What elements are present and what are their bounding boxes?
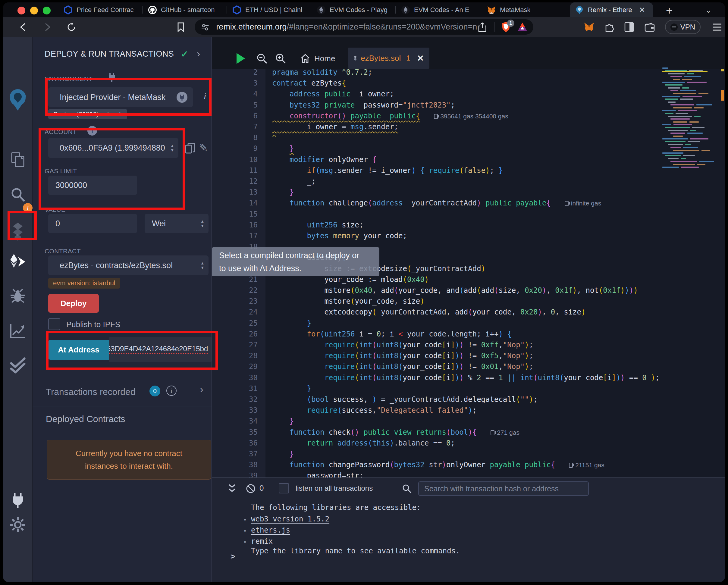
at-address-input[interactable]: 53D9E4D42A124684e20E15bd xyxy=(109,337,211,362)
expand-terminal-icon[interactable] xyxy=(228,483,237,494)
code-line-2[interactable]: 2pragma solidity ^0.7.2; xyxy=(212,67,725,78)
browser-tab-5[interactable]: MetaMask xyxy=(482,2,568,17)
browser-tab-3[interactable]: EVM Codes - Playg xyxy=(312,2,395,17)
code-line-38[interactable]: 38 function changePassword(bytes32 str)o… xyxy=(212,459,725,470)
code-line-16[interactable]: 16 uint256 size; xyxy=(212,220,725,231)
plugin-manager-icon[interactable] xyxy=(3,488,32,511)
settings-icon[interactable] xyxy=(3,513,32,536)
run-script-icon[interactable] xyxy=(232,48,250,69)
code-line-29[interactable]: 29 require(int(uint8(your_code[i])) != 0… xyxy=(212,361,725,372)
code-line-24[interactable]: 24 extcodecopy(_yourContractAdd, add(you… xyxy=(212,307,725,318)
close-tab-icon[interactable]: ✕ xyxy=(639,6,645,14)
code-line-7[interactable]: 7 i_owner = msg.sender; xyxy=(212,122,725,132)
code-line-8[interactable]: 8^ xyxy=(212,132,725,143)
statistics-icon[interactable] xyxy=(3,319,32,342)
brave-shield-icon[interactable]: 1 xyxy=(501,21,511,33)
reload-icon[interactable] xyxy=(64,17,79,37)
code-line-14[interactable]: 14 function challenge(address _yourContr… xyxy=(212,197,725,209)
share-icon[interactable] xyxy=(478,22,486,32)
code-line-6[interactable]: 6 constructor() payable public{395641 ga… xyxy=(212,111,725,122)
browser-tab-6[interactable]: Remix - Ethere✕ xyxy=(570,2,653,17)
code-line-31[interactable]: 31 } xyxy=(212,383,725,394)
metamask-extension-icon[interactable] xyxy=(581,17,597,37)
browser-tab-0[interactable]: Price Feed Contrac xyxy=(59,2,141,17)
value-unit-select[interactable]: Wei ▲▼ xyxy=(145,214,209,233)
clear-console-icon[interactable] xyxy=(245,483,256,494)
unit-stepper-icon[interactable]: ▲▼ xyxy=(200,219,204,228)
file-explorer-icon[interactable] xyxy=(3,149,32,170)
code-line-4[interactable]: 4 address public i_owner; xyxy=(212,88,725,99)
site-settings-icon[interactable] xyxy=(201,23,209,32)
minimap[interactable] xyxy=(662,67,707,206)
tab-home[interactable]: Home xyxy=(293,48,343,69)
account-stepper-icon[interactable]: ▲▼ xyxy=(170,144,174,152)
code-line-36[interactable]: 36 return address(this).balance == 0; xyxy=(212,438,725,449)
menu-hamburger-icon[interactable] xyxy=(710,17,725,37)
code-line-15[interactable]: 15 xyxy=(212,209,725,220)
code-line-17[interactable]: 17 bytes memory your_code; xyxy=(212,231,725,241)
gas-limit-input[interactable]: 3000000 xyxy=(48,176,137,195)
terminal-library-link[interactable]: ethers.js xyxy=(251,526,290,534)
unit-testing-icon[interactable] xyxy=(3,354,32,376)
sidebar-toggle-icon[interactable] xyxy=(622,17,636,37)
close-tab-icon[interactable]: ✕ xyxy=(417,53,424,63)
listen-transactions-checkbox[interactable] xyxy=(279,483,289,494)
bat-rewards-icon[interactable] xyxy=(517,22,527,32)
account-select[interactable]: 0x606...0F5A9 (1.999494880 ▲▼ xyxy=(48,138,178,158)
at-address-button[interactable]: At Address xyxy=(48,340,109,360)
code-line-13[interactable]: 13 } xyxy=(212,187,725,197)
code-line-12[interactable]: 12 _; xyxy=(212,176,725,187)
code-line-23[interactable]: 23 mstore(your_code, size) xyxy=(212,296,725,307)
terminal-library-link[interactable]: web3 version 1.5.2 xyxy=(251,515,329,523)
minimize-window-button[interactable] xyxy=(30,7,38,15)
tab-overflow-chevron-icon[interactable]: ⌄ xyxy=(705,5,712,15)
code-line-35[interactable]: 35 function check() public view returns(… xyxy=(212,427,725,438)
code-line-28[interactable]: 28 require(int(uint8(your_code[i])) != 0… xyxy=(212,350,725,361)
code-line-34[interactable]: 34 } xyxy=(212,416,725,427)
code-line-37[interactable]: 37 } xyxy=(212,449,725,459)
code-line-5[interactable]: 5 bytes32 private password="jnctf2023"; xyxy=(212,100,725,111)
code-line-39[interactable]: 39 password=str; xyxy=(212,470,725,477)
code-line-9[interactable]: 9 } xyxy=(212,143,725,154)
add-account-icon[interactable]: + xyxy=(87,126,97,136)
debugger-icon[interactable] xyxy=(3,284,32,307)
url-bar[interactable]: remix.ethereum.org/#lang=en&optimize=fal… xyxy=(194,19,534,35)
code-line-30[interactable]: 30 require(int(uint8(your_code[i])) % 2 … xyxy=(212,372,725,383)
close-window-button[interactable] xyxy=(18,7,25,15)
transactions-chevron-icon[interactable]: › xyxy=(200,384,203,395)
code-line-32[interactable]: 32 (bool success, ) = _yourContractAdd.d… xyxy=(212,394,725,405)
remix-logo[interactable] xyxy=(3,87,32,111)
forward-icon[interactable] xyxy=(41,17,54,37)
code-line-26[interactable]: 26 for(uint256 i = 0; i < your_code.leng… xyxy=(212,329,725,340)
brave-wallet-icon[interactable] xyxy=(643,17,657,37)
extensions-puzzle-icon[interactable] xyxy=(602,17,617,37)
deploy-button[interactable]: Deploy xyxy=(48,294,99,313)
code-line-25[interactable]: 25 } xyxy=(212,318,725,329)
code-line-3[interactable]: 3contract ezBytes{ xyxy=(212,78,725,88)
contract-select[interactable]: ezBytes - contracts/ezBytes.sol ▲▼ xyxy=(48,256,209,275)
value-input[interactable]: 0 xyxy=(48,214,137,233)
back-icon[interactable] xyxy=(16,17,29,37)
terminal-prompt[interactable]: > xyxy=(231,552,235,561)
bookmark-icon[interactable] xyxy=(174,17,187,37)
environment-info-icon[interactable]: i xyxy=(204,91,206,101)
zoom-in-icon[interactable] xyxy=(272,48,289,69)
code-line-11[interactable]: 11 if(msg.sender != i_owner) { require(f… xyxy=(212,165,725,176)
transactions-info-icon[interactable]: i xyxy=(166,385,177,396)
solidity-compiler-icon[interactable] xyxy=(3,220,32,244)
zoom-out-icon[interactable] xyxy=(253,48,270,69)
tab-ezbytes-sol[interactable]: ezBytes.sol 1 ✕ xyxy=(348,48,430,69)
code-line-10[interactable]: 10 modifier onlyOwner { xyxy=(212,154,725,165)
new-tab-button[interactable]: + xyxy=(666,4,673,17)
copy-account-icon[interactable] xyxy=(185,143,195,154)
deploy-run-icon[interactable] xyxy=(3,249,32,275)
browser-tab-1[interactable]: GitHub - smartcon xyxy=(143,2,226,17)
panel-chevron-icon[interactable]: › xyxy=(197,48,200,59)
zoom-window-button[interactable] xyxy=(43,7,51,15)
browser-tab-2[interactable]: ETH / USD | Chainl xyxy=(228,2,310,17)
edit-account-icon[interactable]: ✎ xyxy=(199,141,208,154)
browser-tab-4[interactable]: EVM Codes - An E xyxy=(396,2,479,17)
contract-stepper-icon[interactable]: ▲▼ xyxy=(200,261,204,270)
code-line-22[interactable]: 22 mstore(0x40, add(your_code, and(add(a… xyxy=(212,285,725,296)
search-icon[interactable] xyxy=(3,184,32,206)
